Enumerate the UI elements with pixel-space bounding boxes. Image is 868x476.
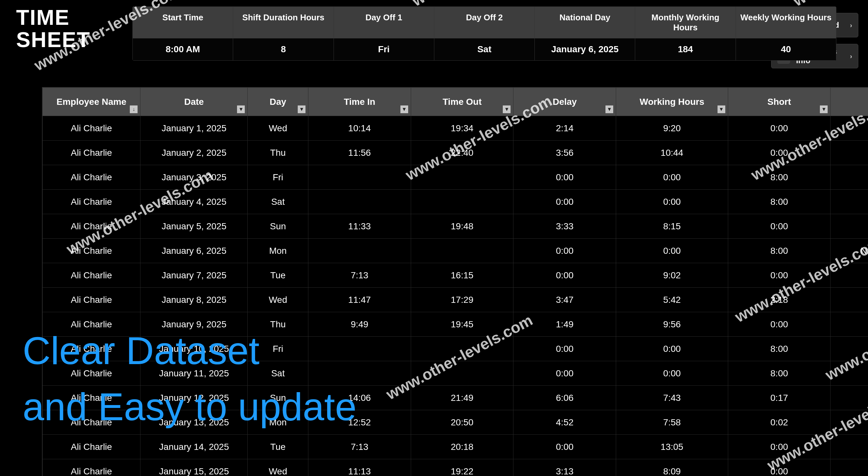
table-cell: January 12, 2025 — [141, 386, 248, 410]
table-cell: 21:49 — [411, 386, 514, 410]
filter-icon[interactable]: ▼ — [717, 105, 725, 113]
table-row: Ali CharlieJanuary 4, 2025Sat0:000:008:0… — [42, 190, 868, 214]
table-cell: 11:47 — [308, 288, 411, 312]
table-cell — [308, 165, 411, 190]
table-cell: 16:15 — [411, 263, 514, 288]
filter-icon[interactable]: ▼ — [298, 105, 306, 113]
table-cell: January 14, 2025 — [141, 435, 248, 459]
table-cell: January 2, 2025 — [141, 141, 248, 165]
table-cell: January 6, 2025 — [141, 239, 248, 263]
filter-icon[interactable]: ▼ — [237, 105, 245, 113]
table-cell: Ali Charlie — [42, 165, 141, 190]
table-cell: Sat — [248, 190, 308, 214]
table-cell — [308, 337, 411, 361]
table-cell: 8:00 — [728, 361, 831, 386]
table-cell: Mon — [248, 410, 308, 435]
table-row: Ali CharlieJanuary 15, 2025Wed11:1319:22… — [42, 459, 868, 476]
table-cell: January 9, 2025 — [141, 312, 248, 337]
column-header[interactable]: Time Out▼ — [411, 88, 514, 116]
summary-value: 8:00 AM — [133, 38, 233, 60]
column-header[interactable]: Note▼ — [831, 88, 868, 116]
table-cell: Day Off — [831, 337, 868, 361]
table-cell: 22:40 — [411, 141, 514, 165]
table-cell: January 13, 2025 — [141, 410, 248, 435]
table-cell: Ali Charlie — [42, 116, 141, 141]
table-cell — [831, 214, 868, 239]
table-cell: Sun — [248, 386, 308, 410]
table-cell: Wed — [248, 288, 308, 312]
column-header[interactable]: Delay▼ — [514, 88, 616, 116]
table-cell: January 5, 2025 — [141, 214, 248, 239]
table-cell: 0:00 — [616, 337, 728, 361]
table-cell: 13:05 — [616, 435, 728, 459]
table-cell: 0:00 — [728, 116, 831, 141]
chevron-right-icon: › — [850, 53, 852, 60]
column-header[interactable]: Working Hours▼ — [616, 88, 728, 116]
table-cell: 0:00 — [728, 312, 831, 337]
table-cell: Fri — [248, 337, 308, 361]
table-row: Ali CharlieJanuary 11, 2025Sat0:000:008:… — [42, 361, 868, 386]
table-cell: 0:00 — [514, 361, 616, 386]
table-cell: Ali Charlie — [42, 214, 141, 239]
table-cell: 0:00 — [514, 263, 616, 288]
table-row: Ali CharlieJanuary 2, 2025Thu11:5622:403… — [42, 141, 868, 165]
summary-value: January 6, 2025 — [535, 38, 635, 60]
table-cell: 8:00 — [728, 165, 831, 190]
table-cell: 0:17 — [728, 386, 831, 410]
column-header-label: Day — [270, 97, 286, 107]
table-row: Ali CharlieJanuary 12, 2025Sun14:0621:49… — [42, 386, 868, 410]
table-row: Ali CharlieJanuary 5, 2025Sun11:3319:483… — [42, 214, 868, 239]
table-cell: 17:29 — [411, 288, 514, 312]
table-cell: 8:00 — [728, 190, 831, 214]
table-cell: Tue — [248, 435, 308, 459]
table-cell: 9:20 — [616, 116, 728, 141]
table-cell: 4:52 — [514, 410, 616, 435]
column-header-label: Employee Name — [57, 97, 126, 107]
title-line1: TIME — [16, 5, 70, 29]
table-cell: 6:06 — [514, 386, 616, 410]
column-header-label: Short — [767, 97, 791, 107]
filter-icon[interactable]: ▼ — [820, 105, 828, 113]
table-cell: Ali Charlie — [42, 337, 141, 361]
table-cell: 0:00 — [514, 190, 616, 214]
table-cell — [831, 116, 868, 141]
column-header[interactable]: Employee Name↓ — [42, 88, 141, 116]
chevron-right-icon: › — [850, 22, 852, 29]
table-cell: 2:18 — [728, 288, 831, 312]
table-cell — [831, 410, 868, 435]
table-cell: January 3, 2025 — [141, 165, 248, 190]
table-cell: 0:02 — [728, 410, 831, 435]
table-cell: Day Off — [831, 190, 868, 214]
table-cell: Wed — [248, 459, 308, 476]
column-header[interactable]: Time In▼ — [308, 88, 411, 116]
table-cell: 19:45 — [411, 312, 514, 337]
sort-icon[interactable]: ↓ — [130, 105, 137, 113]
table-cell: Ali Charlie — [42, 386, 141, 410]
table-cell — [308, 239, 411, 263]
table-cell: Sun — [248, 214, 308, 239]
summary-header: Monthly Working Hours — [635, 7, 736, 38]
column-header-label: Date — [184, 97, 204, 107]
column-header[interactable]: Date▼ — [141, 88, 248, 116]
table-row: Ali CharlieJanuary 6, 2025Mon0:000:008:0… — [42, 239, 868, 263]
table-cell — [308, 361, 411, 386]
table-cell: January 7, 2025 — [141, 263, 248, 288]
table-cell — [831, 312, 868, 337]
table-cell — [831, 263, 868, 288]
column-header[interactable]: Short▼ — [728, 88, 831, 116]
table-cell: Sat — [248, 361, 308, 386]
column-header[interactable]: Day▼ — [248, 88, 308, 116]
summary-value: 184 — [635, 38, 736, 60]
column-header-label: Working Hours — [640, 97, 704, 107]
filter-icon[interactable]: ▼ — [606, 105, 613, 113]
table-cell: Ali Charlie — [42, 239, 141, 263]
table-cell — [411, 337, 514, 361]
table-cell: 7:13 — [308, 435, 411, 459]
table-cell: 11:56 — [308, 141, 411, 165]
table-cell: 14:06 — [308, 386, 411, 410]
filter-icon[interactable]: ▼ — [400, 105, 408, 113]
table-cell: January 10, 2025 — [141, 337, 248, 361]
table-row: Ali CharlieJanuary 3, 2025Fri0:000:008:0… — [42, 165, 868, 190]
filter-icon[interactable]: ▼ — [503, 105, 510, 113]
table-cell: 0:00 — [728, 263, 831, 288]
